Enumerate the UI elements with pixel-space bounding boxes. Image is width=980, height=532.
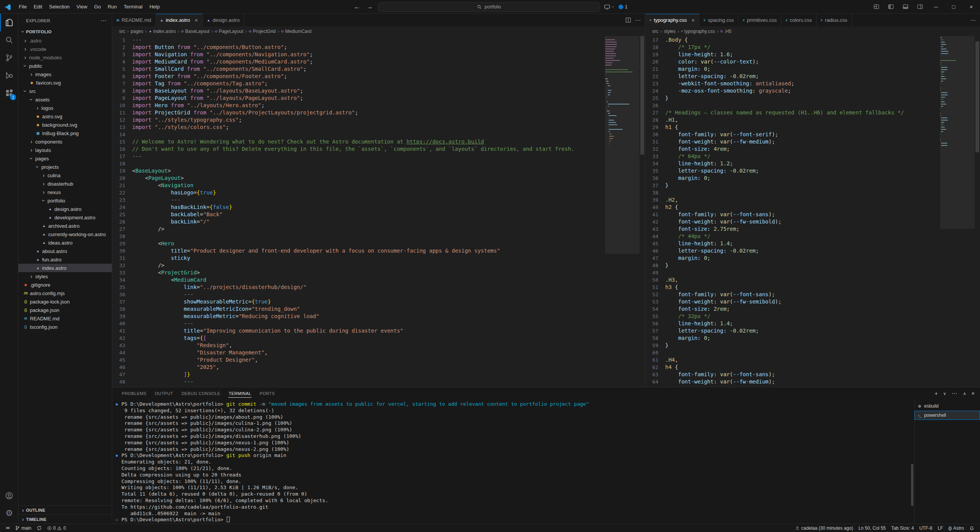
file-tree-item[interactable]: JSastro.config.mjs <box>18 289 112 297</box>
accounts-icon[interactable] <box>0 487 18 504</box>
history-back-button[interactable]: ← <box>353 3 362 11</box>
tab-primitives-css[interactable]: #primitives.css <box>738 14 781 26</box>
breadcrumb-item[interactable]: ◇MediumCard <box>281 29 311 34</box>
breadcrumb-item[interactable]: #typography.css <box>681 29 715 34</box>
folder-tree-item[interactable]: ›.astro <box>18 36 112 45</box>
toggle-panel-icon[interactable] <box>898 0 913 13</box>
cursor-position[interactable]: Ln 50, Col 55 <box>856 524 888 532</box>
file-tree-item[interactable]: ◆.gitignore <box>18 281 112 289</box>
menu-help[interactable]: Help <box>146 0 163 13</box>
prompt-decoration-icon[interactable]: ○ <box>112 517 121 523</box>
menu-view[interactable]: View <box>73 0 91 13</box>
folder-tree-item[interactable]: ›components <box>18 137 112 146</box>
file-tree-item[interactable]: {}package.json <box>18 306 112 314</box>
maximize-panel-icon[interactable]: ∧ <box>963 391 966 396</box>
eol-setting[interactable]: LF <box>935 524 946 532</box>
panel-tab-terminal[interactable]: TERMINAL <box>224 388 255 400</box>
breadcrumb-item[interactable]: src <box>119 29 125 34</box>
folder-tree-item[interactable]: ›public <box>18 62 112 70</box>
minimap-left[interactable] <box>605 36 640 387</box>
git-blame-info[interactable]: cadelaa (30 minutes ago) <box>792 524 856 532</box>
more-actions-icon[interactable]: ⋯ <box>970 17 976 24</box>
file-tree-item[interactable]: ▣InBug-Black.png <box>18 129 112 137</box>
history-forward-button[interactable]: → <box>365 3 374 11</box>
file-tree-item[interactable]: ◈astro.svg <box>18 112 112 121</box>
breadcrumb-item[interactable]: pages <box>131 29 143 34</box>
breadcrumb-item[interactable]: ◇PageLayout <box>215 29 243 34</box>
terminal-instance-powershell[interactable]: ›_powershell <box>915 411 980 420</box>
folder-tree-item[interactable]: ›culina <box>18 171 112 180</box>
file-tree-item[interactable]: {}package-lock.json <box>18 297 112 306</box>
tab-readme-md[interactable]: MREADME.md <box>112 14 156 26</box>
folder-tree-item[interactable]: ›layouts <box>18 146 112 154</box>
split-editor-icon[interactable] <box>625 17 631 23</box>
branch-indicator[interactable]: main <box>12 524 34 532</box>
file-tree-item[interactable]: ▲design.astro <box>18 205 112 213</box>
tab-spacing-css[interactable]: #spacing.css <box>699 14 738 26</box>
activity-search-icon[interactable] <box>0 31 18 49</box>
file-tree-item[interactable]: {}tsconfig.json <box>18 323 112 331</box>
customize-layout-icon[interactable] <box>869 0 883 13</box>
minimize-button[interactable]: ─ <box>927 0 945 13</box>
file-tree-item[interactable]: MREADME.md <box>18 314 112 323</box>
new-terminal-button[interactable]: + <box>935 390 938 397</box>
terminal-output[interactable]: ●PS D:\Development\Astro\portfolio> git … <box>112 400 914 524</box>
breadcrumb-item[interactable]: src <box>652 29 658 34</box>
folder-tree-item[interactable]: ›src <box>18 87 112 95</box>
file-tree-item[interactable]: ▲ideas.astro <box>18 238 112 247</box>
file-tree-item[interactable]: ▲index.astro <box>18 264 112 272</box>
folder-tree-item[interactable]: ›images <box>18 70 112 78</box>
problems-indicator[interactable]: 0 0 <box>44 524 69 532</box>
language-mode[interactable]: {} Astro <box>946 524 967 532</box>
activity-extensions-icon[interactable]: 1 <box>0 84 18 102</box>
command-center-search[interactable]: portfolio <box>378 2 600 12</box>
tab-radius-css[interactable]: #radius.css <box>816 14 852 26</box>
file-tree-item[interactable]: ▲about.astro <box>18 247 112 255</box>
scrollbar-left[interactable] <box>640 36 645 387</box>
folder-tree-item[interactable]: ›.vscode <box>18 45 112 53</box>
file-tree-item[interactable]: ▲fun.astro <box>18 255 112 264</box>
minimap-slider[interactable] <box>605 36 640 254</box>
scrollbar-thumb[interactable] <box>640 36 644 155</box>
breadcrumb-item[interactable]: ▲index.astro <box>149 29 176 34</box>
breadcrumb-item[interactable]: styles <box>664 29 676 34</box>
activity-explorer-icon[interactable] <box>0 14 18 31</box>
breadcrumb-item[interactable]: ◇ProjectGrid <box>249 29 276 34</box>
scrollbar-thumb[interactable] <box>975 41 979 152</box>
panel-tab-output[interactable]: OUTPUT <box>151 388 177 400</box>
timeline-section[interactable]: › TIMELINE <box>18 514 112 524</box>
tab-index-astro[interactable]: ▲index.astro× <box>156 14 203 26</box>
minimap-right[interactable] <box>940 36 975 387</box>
terminal-scrollbar[interactable] <box>911 464 913 506</box>
tab-design-astro[interactable]: ▲design.astro <box>203 14 244 26</box>
menu-selection[interactable]: Selection <box>46 0 73 13</box>
explorer-root-section[interactable]: › PORTFOLIO <box>18 27 112 36</box>
close-icon[interactable]: × <box>195 17 198 23</box>
more-actions-icon[interactable]: ⋯ <box>101 17 106 24</box>
folder-tree-item[interactable]: ›nexus <box>18 188 112 196</box>
notifications-bell[interactable] <box>967 524 977 532</box>
folder-tree-item[interactable]: ›pages <box>18 154 112 163</box>
settings-gear-icon[interactable]: ⚙ <box>0 504 18 522</box>
indentation-setting[interactable]: Tab Size: 4 <box>888 524 916 532</box>
folder-tree-item[interactable]: ›node_modules <box>18 53 112 62</box>
file-tree-item[interactable]: ▲currently-working-on.astro <box>18 230 112 238</box>
breadcrumb-item[interactable]: ◇BaseLayout <box>181 29 209 34</box>
panel-tab-problems[interactable]: PROBLEMS <box>118 388 151 400</box>
panel-tab-debug-console[interactable]: DEBUG CONSOLE <box>177 388 224 400</box>
terminal-instance-esbuild[interactable]: ⚙esbuild <box>915 401 980 411</box>
command-decoration-icon[interactable]: ● <box>112 401 121 408</box>
close-panel-icon[interactable]: × <box>972 390 975 397</box>
menu-terminal[interactable]: Terminal <box>120 0 146 13</box>
toggle-secondary-sidebar-icon[interactable] <box>913 0 927 13</box>
breadcrumb-item[interactable]: ◇.H5 <box>720 29 731 34</box>
code-area-left[interactable]: 1---2import Button from "../components/B… <box>112 36 645 387</box>
scrollbar-right[interactable] <box>975 36 980 387</box>
screencast-icon[interactable] <box>604 4 615 10</box>
file-tree-item[interactable]: ▲archived.astro <box>18 222 112 230</box>
toggle-sidebar-icon[interactable] <box>883 0 898 13</box>
close-icon[interactable]: × <box>691 17 695 23</box>
remote-indicator[interactable]: >< <box>3 524 12 532</box>
more-actions-icon[interactable]: ⋯ <box>952 390 958 397</box>
sync-button[interactable] <box>34 524 44 532</box>
